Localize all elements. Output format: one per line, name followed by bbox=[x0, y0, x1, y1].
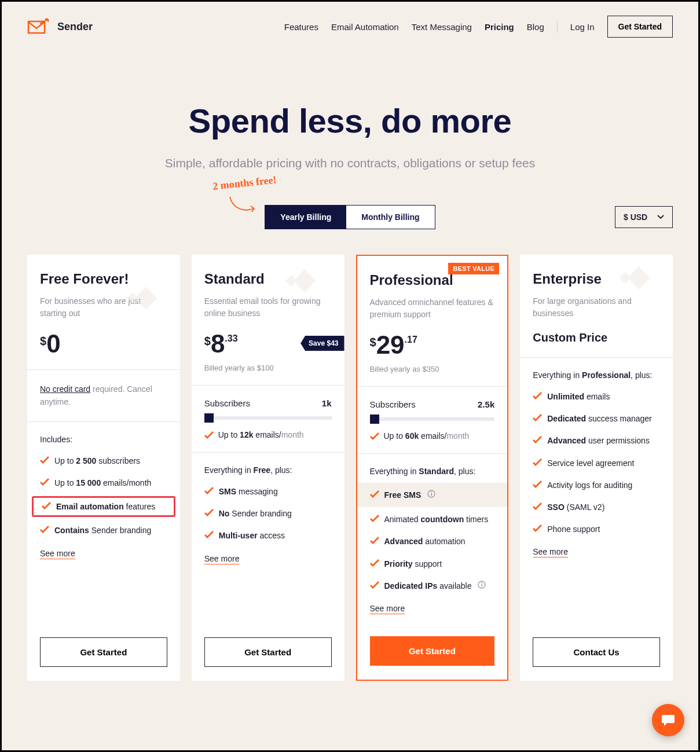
check-icon bbox=[204, 431, 214, 439]
nav-link-automation[interactable]: Email Automation bbox=[331, 22, 399, 32]
plan-price: $ 0 bbox=[40, 331, 167, 357]
check-icon bbox=[204, 509, 214, 517]
check-icon bbox=[533, 414, 542, 422]
no-card-note: No credit card required. Cancel anytime. bbox=[40, 383, 167, 409]
nav-link-pricing[interactable]: Pricing bbox=[485, 22, 514, 32]
emails-line: Up to 12k emails/month bbox=[204, 430, 332, 439]
feature-item: Multi-user access bbox=[204, 530, 332, 541]
see-more-link[interactable]: See more bbox=[204, 554, 240, 563]
feature-item: No Sender branding bbox=[204, 508, 332, 519]
plan-cta-button[interactable]: Get Started bbox=[40, 637, 167, 667]
feature-item: SMS messaging bbox=[204, 486, 332, 497]
billing-controls: 2 months free! Yearly Billing Monthly Bi… bbox=[27, 205, 673, 229]
section-divider bbox=[192, 452, 344, 453]
arrow-swoosh-icon bbox=[229, 196, 258, 217]
top-nav: Sender Features Email Automation Text Me… bbox=[27, 10, 673, 43]
subscribers-row: Subscribers 1k bbox=[204, 398, 332, 408]
nav-link-features[interactable]: Features bbox=[284, 22, 318, 32]
logo[interactable]: Sender bbox=[27, 18, 93, 35]
includes-label: Includes: bbox=[40, 435, 167, 444]
feature-item: Dedicated success manager bbox=[533, 413, 660, 424]
check-icon bbox=[40, 478, 49, 486]
check-icon bbox=[204, 531, 214, 539]
section-divider bbox=[357, 386, 508, 387]
includes-label: Everything in Free, plus: bbox=[204, 465, 332, 475]
chat-icon bbox=[661, 713, 676, 728]
billed-note: Billed yearly as $100 bbox=[204, 364, 332, 372]
mail-arrow-icon bbox=[27, 18, 50, 35]
check-icon bbox=[370, 515, 379, 523]
see-more-link[interactable]: See more bbox=[370, 604, 405, 613]
nav-link-blog[interactable]: Blog bbox=[527, 22, 544, 32]
see-more-link[interactable]: See more bbox=[533, 547, 568, 556]
feature-item: Up to 2 500 subscribers bbox=[40, 456, 167, 466]
section-divider bbox=[520, 357, 673, 358]
plan-name: Free Forever! bbox=[40, 271, 167, 287]
diamond-decoration bbox=[618, 266, 659, 289]
login-link[interactable]: Log In bbox=[570, 22, 595, 32]
subscriber-slider[interactable] bbox=[370, 417, 495, 421]
plan-cta-button[interactable]: Get Started bbox=[370, 636, 495, 666]
includes-label: Everything in Standard, plus: bbox=[370, 467, 495, 476]
check-icon bbox=[533, 502, 542, 511]
feature-item: Dedicated IPs available bbox=[370, 581, 495, 591]
feature-item: Service level agreement bbox=[533, 458, 660, 468]
check-icon bbox=[533, 458, 542, 467]
custom-price: Custom Price bbox=[533, 331, 660, 344]
check-icon bbox=[40, 456, 49, 464]
feature-item: Activity logs for auditing bbox=[533, 480, 660, 490]
chevron-down-icon bbox=[657, 215, 664, 219]
feature-item: Advanced user permissions bbox=[533, 435, 660, 446]
info-icon bbox=[427, 490, 435, 498]
plan-desc: Essential email tools for growing online… bbox=[204, 295, 332, 320]
section-divider bbox=[192, 385, 344, 386]
check-icon bbox=[370, 581, 379, 589]
feature-item: Contains Sender branding bbox=[40, 525, 167, 535]
billed-note: Billed yearly as $350 bbox=[370, 365, 495, 373]
check-icon bbox=[533, 524, 542, 533]
feature-item: SSO (SAML v2) bbox=[533, 502, 660, 512]
get-started-button[interactable]: Get Started bbox=[607, 16, 673, 38]
subscribers-row: Subscribers 2.5k bbox=[370, 399, 495, 409]
check-icon bbox=[40, 526, 49, 534]
monthly-toggle[interactable]: Monthly Billing bbox=[346, 206, 434, 229]
nav-separator bbox=[557, 21, 558, 32]
info-icon bbox=[478, 581, 486, 589]
plan-price: $ 8 .33 Save $43 bbox=[204, 331, 332, 357]
feature-item: Animated countdown timers bbox=[370, 514, 495, 524]
feature-item: Email automation features bbox=[32, 496, 175, 517]
svg-point-2 bbox=[431, 491, 432, 493]
subscriber-slider[interactable] bbox=[204, 416, 332, 420]
feature-item: Unlimited emails bbox=[533, 391, 660, 402]
feature-item: Phone support bbox=[533, 524, 660, 534]
brand-name: Sender bbox=[57, 21, 93, 33]
plan-cta-button[interactable]: Contact Us bbox=[533, 637, 660, 667]
yearly-toggle[interactable]: Yearly Billing bbox=[265, 206, 346, 229]
nav-link-sms[interactable]: Text Messaging bbox=[412, 22, 472, 32]
check-icon bbox=[370, 559, 379, 567]
plan-card-professional: BEST VALUE Professional Advanced omnicha… bbox=[356, 255, 509, 681]
section-divider bbox=[27, 369, 180, 370]
feature-list: Free SMSAnimated countdown timersAdvance… bbox=[370, 487, 495, 591]
plan-cta-button[interactable]: Get Started bbox=[204, 637, 332, 667]
check-icon bbox=[533, 436, 542, 444]
feature-list: Unlimited emailsDedicated success manage… bbox=[533, 391, 660, 534]
svg-rect-6 bbox=[482, 584, 482, 587]
emails-line: Up to 60k emails/month bbox=[370, 431, 495, 441]
chat-fab[interactable] bbox=[652, 704, 684, 736]
check-icon bbox=[42, 502, 51, 510]
best-value-badge: BEST VALUE bbox=[448, 263, 499, 274]
hero: Spend less, do more Simple, affordable p… bbox=[27, 101, 673, 170]
check-icon bbox=[204, 487, 214, 495]
plan-card-standard: Standard Essential email tools for growi… bbox=[192, 255, 344, 681]
currency-select[interactable]: $ USD bbox=[615, 206, 673, 228]
section-divider bbox=[27, 421, 180, 422]
check-icon bbox=[533, 480, 542, 489]
plan-desc: For large organisations and businesses bbox=[533, 295, 660, 320]
section-divider bbox=[357, 453, 508, 454]
save-badge: Save $43 bbox=[300, 336, 344, 351]
page-title: Spend less, do more bbox=[27, 101, 673, 140]
feature-item: Free SMS bbox=[357, 483, 508, 507]
see-more-link[interactable]: See more bbox=[40, 549, 75, 558]
pricing-cards: Free Forever! For businesses who are jus… bbox=[27, 255, 673, 681]
